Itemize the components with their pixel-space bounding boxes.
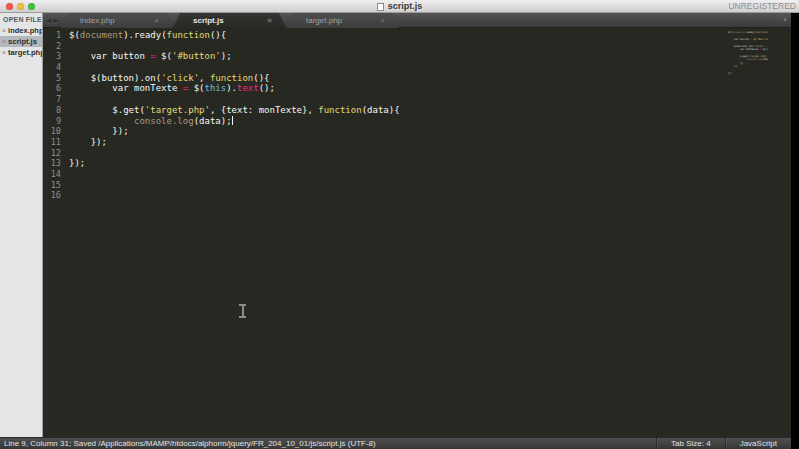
- open-files-header: OPEN FILES: [0, 13, 42, 25]
- status-bar: Line 9, Column 31; Saved /Applications/M…: [0, 437, 791, 449]
- title-bar: script.js UNREGISTERED: [0, 0, 799, 13]
- code-line[interactable]: 13});: [43, 158, 791, 169]
- code-text: $(document).ready(function(){: [69, 30, 226, 41]
- code-line[interactable]: 4: [43, 62, 791, 73]
- line-number: 13: [43, 158, 69, 169]
- code-line[interactable]: 8 $.get('target.php', {text: monTexte}, …: [43, 105, 791, 116]
- code-line[interactable]: 3 var button = $('#button');: [43, 51, 791, 62]
- tab-label: index.php: [80, 16, 115, 25]
- tab-label: target.php: [306, 16, 342, 25]
- code-text: $(button).on('click', function(){: [69, 73, 270, 84]
- code-text: var button = $('#button');: [69, 51, 232, 62]
- open-files-list: ×index.php×script.js×target.php: [0, 25, 42, 58]
- window-title: script.js: [0, 0, 799, 13]
- sidebar-item-label: target.php: [8, 48, 43, 57]
- line-number: 7: [43, 94, 69, 105]
- sidebar-item-label: index.php: [8, 26, 43, 35]
- line-number: 14: [43, 169, 69, 180]
- editor-window: OPEN FILES ×index.php×script.js×target.p…: [0, 13, 791, 449]
- code-line[interactable]: 6 var monTexte = $(this).text();: [43, 83, 791, 94]
- code-text: $.get('target.php', {text: monTexte}, fu…: [69, 105, 400, 116]
- code-text: var monTexte = $(this).text();: [69, 83, 275, 94]
- tab-bar: ◀ ▶ index.php×script.js×target.php× ▼: [43, 13, 791, 28]
- tab-label: script.js: [193, 16, 224, 25]
- sidebar: OPEN FILES ×index.php×script.js×target.p…: [0, 13, 43, 437]
- line-number: 9: [43, 116, 69, 127]
- line-number: 12: [43, 148, 69, 159]
- line-number: 6: [43, 83, 69, 94]
- close-tab-icon[interactable]: ×: [380, 13, 385, 28]
- code-line[interactable]: 14: [43, 169, 791, 180]
- code-text: });: [69, 126, 129, 137]
- code-line[interactable]: 11 });: [43, 137, 791, 148]
- line-number: 5: [43, 73, 69, 84]
- sidebar-item-target-php[interactable]: ×target.php: [0, 47, 42, 58]
- unregistered-label: UNREGISTERED: [728, 0, 796, 13]
- document-icon: [377, 3, 384, 11]
- sidebar-item-label: script.js: [8, 37, 37, 46]
- code-text: console.log(data);: [69, 116, 233, 127]
- code-editor[interactable]: 1$(document).ready(function(){23 var but…: [43, 28, 791, 437]
- sidebar-item-script-js[interactable]: ×script.js: [0, 36, 42, 47]
- tab-target-php[interactable]: target.php×: [286, 13, 399, 28]
- line-number: 11: [43, 137, 69, 148]
- close-file-icon[interactable]: ×: [2, 38, 6, 45]
- code-line[interactable]: 12: [43, 148, 791, 159]
- close-file-icon[interactable]: ×: [2, 27, 6, 34]
- syntax-menu[interactable]: JavaScript: [725, 438, 791, 449]
- line-number: 15: [43, 180, 69, 191]
- code-line[interactable]: 7: [43, 94, 791, 105]
- tabs: index.php×script.js×target.php×: [60, 13, 399, 28]
- line-number: 10: [43, 126, 69, 137]
- minimap[interactable]: $(document).ready(function(){ var button…: [728, 31, 768, 85]
- line-number: 1: [43, 30, 69, 41]
- code-text: });: [69, 158, 85, 169]
- status-message: Line 9, Column 31; Saved /Applications/M…: [4, 438, 376, 449]
- forward-arrow-icon[interactable]: ▶: [53, 17, 58, 24]
- code-text: });: [69, 137, 107, 148]
- code-line[interactable]: 2: [43, 41, 791, 52]
- close-tab-icon[interactable]: ×: [154, 13, 159, 28]
- window-title-text: script.js: [388, 1, 423, 11]
- line-number: 16: [43, 190, 69, 201]
- line-number: 3: [43, 51, 69, 62]
- tab-overflow-icon[interactable]: ▼: [782, 13, 788, 28]
- line-number: 2: [43, 41, 69, 52]
- code-line[interactable]: 10 });: [43, 126, 791, 137]
- tab-index-php[interactable]: index.php×: [60, 13, 173, 28]
- code-lines: 1$(document).ready(function(){23 var but…: [43, 28, 791, 201]
- code-line[interactable]: 1$(document).ready(function(){: [43, 30, 791, 41]
- close-file-icon[interactable]: ×: [2, 49, 6, 56]
- tab-size-menu[interactable]: Tab Size: 4: [656, 438, 725, 449]
- back-arrow-icon[interactable]: ◀: [46, 17, 51, 24]
- line-number: 4: [43, 62, 69, 73]
- tab-script-js[interactable]: script.js×: [173, 13, 286, 28]
- code-line[interactable]: 15: [43, 180, 791, 191]
- close-tab-icon[interactable]: ×: [267, 13, 272, 28]
- sidebar-item-index-php[interactable]: ×index.php: [0, 25, 42, 36]
- code-line[interactable]: 16: [43, 190, 791, 201]
- text-caret: [232, 116, 233, 125]
- tab-history-arrows[interactable]: ◀ ▶: [46, 13, 59, 28]
- code-line[interactable]: 5 $(button).on('click', function(){: [43, 73, 791, 84]
- code-line[interactable]: 9 console.log(data);: [43, 116, 791, 127]
- line-number: 8: [43, 105, 69, 116]
